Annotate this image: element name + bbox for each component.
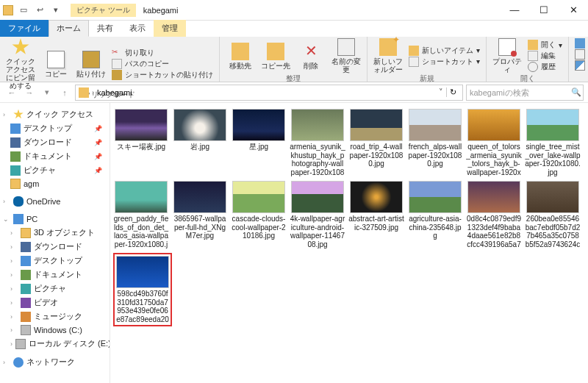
sidebar-pictures[interactable]: ピクチャ📌 — [0, 163, 110, 177]
up-button[interactable]: ↑ — [57, 85, 72, 100]
edit-button[interactable]: 編集 — [526, 51, 564, 61]
new-item-button[interactable]: 新しいアイテム ▾ — [407, 46, 481, 56]
tab-file[interactable]: ファイル — [0, 20, 49, 37]
thumbnail — [115, 181, 168, 213]
sidebar-desktop[interactable]: デスクトップ📌 — [0, 121, 110, 135]
paste-button[interactable]: 貼り付け — [75, 38, 107, 90]
sidebar-onedrive[interactable]: ›OneDrive — [0, 195, 110, 208]
file-item[interactable]: armenia_syunik_khustup_hayk_photography-… — [290, 109, 345, 176]
history-icon — [528, 62, 538, 72]
document-icon — [10, 151, 21, 162]
delete-icon: ✕ — [302, 43, 320, 60]
file-item[interactable]: 260bea0e85546bac7ebdf05b7d27b465a35c0758… — [525, 181, 581, 248]
sidebar-windows-c[interactable]: ›Windows (C:) — [0, 323, 110, 337]
edit-icon — [528, 51, 538, 61]
sidebar-music[interactable]: ›ミュージック — [0, 309, 110, 323]
navbar: ← → ▾ ↑ › kabegami ˅ ↻ 🔍 — [0, 82, 588, 103]
minimize-button[interactable]: — — [500, 0, 529, 21]
copy-to-button[interactable]: コピー先 — [259, 38, 292, 74]
pin-quick-access-button[interactable]: クイック アクセスにピン留めする — [4, 38, 37, 90]
file-item[interactable]: french_alps-wallpaper-1920x1080.jpg — [407, 109, 463, 176]
pin-icon — [12, 38, 29, 56]
file-item[interactable]: agriculture-asia-china-235648.jpg — [407, 181, 463, 248]
refresh-button[interactable]: ↻ — [446, 87, 459, 97]
tab-manage[interactable]: 管理 — [154, 20, 186, 37]
file-item[interactable]: 598cd49b3760f310fd31750da7953e439e0fe06e… — [113, 253, 172, 326]
file-item[interactable]: abstract-art-artistic-327509.jpg — [348, 181, 404, 248]
rename-button[interactable]: 名前の変更 — [330, 38, 362, 74]
thumbnail — [350, 181, 403, 213]
search-icon[interactable]: 🔍 — [571, 87, 581, 97]
close-button[interactable]: ✕ — [559, 0, 588, 21]
breadcrumb-current[interactable]: kabegami — [97, 88, 132, 97]
file-item[interactable]: cascade-clouds-cool-wallpaper-210186.jpg — [231, 181, 287, 248]
file-grid: スキー場夜.jpg岩.jpg星.jpgarmenia_syunik_khustu… — [110, 103, 588, 383]
download-icon — [21, 242, 31, 252]
invert-selection-button[interactable]: 選択の切り替え — [573, 60, 588, 71]
open-button[interactable]: 開く ▾ — [526, 40, 564, 50]
cut-icon: ✂ — [112, 48, 122, 58]
sidebar-3d-objects[interactable]: ›3D オブジェクト — [0, 226, 110, 240]
file-item[interactable]: スキー場夜.jpg — [113, 109, 169, 176]
tab-view[interactable]: 表示 — [121, 20, 154, 37]
search-input[interactable] — [470, 88, 571, 97]
file-name: green_paddy_fields_of_don_det_laos_asia-… — [113, 215, 169, 248]
dropdown-icon[interactable]: ˅ — [439, 87, 443, 97]
copy-path-button[interactable]: パスのコピー — [110, 59, 215, 69]
cut-button[interactable]: ✂切り取り — [110, 48, 215, 58]
file-item[interactable]: 0d8c4c0879edf91323def4f9baba4daae561e82b… — [466, 181, 522, 248]
sidebar-downloads2[interactable]: ›ダウンロード — [0, 240, 110, 254]
thumbnail — [291, 109, 344, 141]
thumbnail — [526, 109, 579, 141]
file-name: 260bea0e85546bac7ebdf05b7d27b465a35c0758… — [525, 215, 581, 248]
paste-icon — [82, 51, 100, 68]
sidebar-agm[interactable]: agm — [0, 177, 110, 190]
file-name: armenia_syunik_khustup_hayk_photography-… — [290, 143, 345, 176]
sidebar-pc[interactable]: ⌄PC — [0, 212, 110, 226]
tab-share[interactable]: 共有 — [89, 20, 121, 37]
sidebar-local-disk-e[interactable]: ›ローカル ディスク (E:) — [0, 337, 110, 351]
forward-button[interactable]: → — [22, 85, 37, 100]
qat-properties[interactable]: ▭ — [16, 3, 31, 18]
copy-button[interactable]: コピー — [40, 38, 72, 90]
shortcut-button[interactable]: ショートカット ▾ — [407, 57, 481, 67]
file-item[interactable]: 星.jpg — [231, 109, 287, 176]
paste-shortcut-button[interactable]: ショートカットの貼り付け — [110, 70, 215, 80]
delete-button[interactable]: ✕削除 — [295, 38, 327, 74]
properties-button[interactable]: プロパティ — [491, 38, 523, 74]
file-name: single_tree_mist_over_lake-wallpaper-192… — [525, 143, 581, 176]
file-item[interactable]: road_trip_4-wallpaper-1920x1080.jpg — [348, 109, 404, 176]
recent-button[interactable]: ▾ — [40, 85, 54, 100]
tab-home[interactable]: ホーム — [49, 20, 89, 37]
back-button[interactable]: ← — [4, 85, 19, 100]
sidebar: ›クイック アクセス デスクトップ📌 ダウンロード📌 ドキュメント📌 ピクチャ📌… — [0, 103, 110, 383]
maximize-button[interactable]: ☐ — [529, 0, 559, 21]
qat-dropdown[interactable]: ▾ — [49, 3, 63, 18]
file-name: cascade-clouds-cool-wallpaper-210186.jpg — [231, 215, 287, 240]
new-folder-button[interactable]: ✦新しいフォルダー — [372, 38, 404, 74]
file-item[interactable]: 4k-wallpaper-agriculture-android-wallpap… — [290, 181, 345, 248]
file-item[interactable]: 岩.jpg — [172, 109, 228, 176]
sidebar-videos[interactable]: ›ビデオ — [0, 296, 110, 309]
folder-icon — [3, 5, 13, 15]
file-item[interactable]: green_paddy_fields_of_don_det_laos_asia-… — [113, 181, 169, 248]
select-none-button[interactable]: 選択解除 — [573, 49, 588, 60]
qat-undo[interactable]: ↩ — [32, 3, 47, 18]
move-to-button[interactable]: 移動先 — [224, 38, 257, 74]
sidebar-documents[interactable]: ドキュメント📌 — [0, 149, 110, 163]
sidebar-pictures2[interactable]: ›ピクチャ — [0, 282, 110, 296]
file-item[interactable]: queen_of_tolors_armenia_syunik_tolors_ha… — [466, 109, 522, 176]
search-box[interactable]: 🔍 — [466, 85, 584, 101]
file-item[interactable]: 3865967-wallpaper-full-hd_XNgM7er.jpg — [172, 181, 228, 248]
select-none-icon — [575, 49, 585, 60]
sidebar-network[interactable]: ›ネットワーク — [0, 355, 110, 369]
breadcrumb[interactable]: › kabegami ˅ ↻ — [75, 85, 463, 101]
sidebar-quick-access[interactable]: ›クイック アクセス — [0, 107, 110, 121]
history-button[interactable]: 履歴 — [526, 62, 564, 72]
sidebar-desktop2[interactable]: ›デスクトップ — [0, 254, 110, 268]
select-all-button[interactable]: すべて選択 — [573, 38, 588, 49]
file-item[interactable]: single_tree_mist_over_lake-wallpaper-192… — [525, 109, 581, 176]
sidebar-downloads[interactable]: ダウンロード📌 — [0, 135, 110, 149]
sidebar-documents2[interactable]: ›ドキュメント — [0, 268, 110, 282]
document-icon — [21, 270, 31, 280]
